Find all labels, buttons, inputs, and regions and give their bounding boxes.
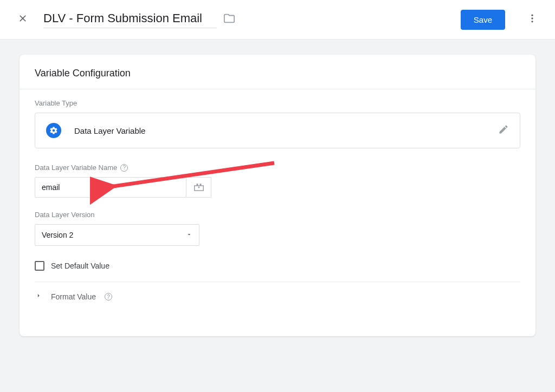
- title-wrap: [43, 11, 235, 28]
- dlv-version-label: Data Layer Version: [35, 211, 520, 219]
- close-icon[interactable]: [17, 13, 28, 26]
- variable-type-name: Data Layer Variable: [74, 126, 145, 135]
- dlv-name-input[interactable]: [35, 177, 186, 198]
- svg-point-1: [531, 17, 533, 19]
- svg-rect-5: [199, 184, 201, 186]
- card-title: Variable Configuration: [20, 55, 535, 89]
- svg-point-2: [531, 21, 533, 22]
- checkbox-icon: [35, 261, 44, 271]
- chevron-right-icon: [35, 292, 42, 302]
- dlv-name-label-text: Data Layer Variable Name: [35, 164, 117, 172]
- svg-point-0: [531, 15, 533, 16]
- config-card: Variable Configuration Variable Type Dat…: [20, 55, 535, 336]
- dlv-name-label: Data Layer Variable Name ?: [35, 164, 520, 172]
- svg-rect-4: [196, 184, 198, 186]
- set-default-checkbox[interactable]: Set Default Value: [35, 261, 520, 271]
- app-header: Save: [0, 0, 555, 40]
- edit-icon[interactable]: [498, 124, 509, 137]
- format-value-row[interactable]: Format Value ?: [35, 290, 520, 304]
- variable-type-label: Variable Type: [35, 99, 520, 107]
- variable-picker-icon[interactable]: [186, 177, 211, 198]
- overflow-menu-icon[interactable]: [522, 9, 542, 30]
- folder-icon[interactable]: [223, 12, 235, 27]
- format-value-label: Format Value: [51, 292, 96, 301]
- chevron-down-icon: [186, 230, 192, 240]
- dlv-version-value: Version 2: [42, 231, 73, 239]
- save-button[interactable]: Save: [461, 10, 505, 30]
- help-icon[interactable]: ?: [105, 293, 112, 300]
- divider: [35, 282, 520, 282]
- canvas-area: Variable Configuration Variable Type Dat…: [0, 40, 555, 392]
- dlv-version-select[interactable]: Version 2: [35, 224, 199, 246]
- variable-type-row[interactable]: Data Layer Variable: [35, 113, 520, 148]
- dlv-name-input-row: [35, 177, 520, 198]
- help-icon[interactable]: ?: [120, 164, 128, 172]
- variable-title-input[interactable]: [43, 11, 217, 28]
- set-default-label: Set Default Value: [51, 262, 109, 270]
- gear-icon: [46, 123, 61, 138]
